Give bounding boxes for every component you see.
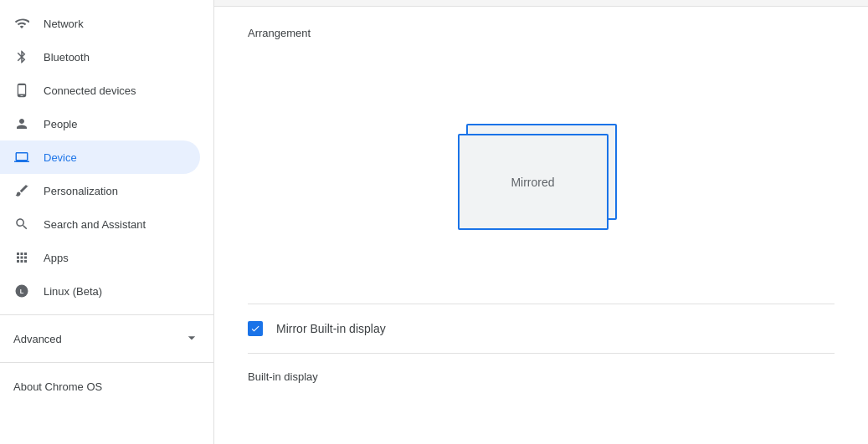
sidebar-label-bluetooth: Bluetooth [44, 51, 90, 64]
chevron-down-icon [183, 329, 200, 349]
sidebar-divider [0, 314, 213, 315]
wifi-icon [13, 15, 30, 32]
laptop-icon [13, 149, 30, 166]
search-icon [13, 216, 30, 232]
sidebar-label-connected-devices: Connected devices [44, 84, 136, 97]
sidebar-item-linux-beta[interactable]: L Linux (Beta) [0, 274, 200, 308]
sidebar-label-linux-beta: Linux (Beta) [44, 285, 102, 298]
sidebar: Network Bluetooth Connected devices Peop… [0, 0, 214, 444]
bluetooth-icon [13, 48, 30, 65]
arrangement-area: Mirrored [248, 53, 835, 304]
sidebar-label-apps: Apps [44, 252, 69, 264]
sidebar-label-network: Network [44, 18, 84, 30]
scroll-indicator [214, 0, 868, 7]
sidebar-item-search-assistant[interactable]: Search and Assistant [0, 207, 200, 241]
sidebar-label-device: Device [44, 151, 77, 164]
svg-text:L: L [20, 288, 24, 295]
sidebar-advanced[interactable]: Advanced [0, 322, 213, 355]
brush-icon [13, 182, 30, 199]
display-wrapper: Mirrored [458, 124, 625, 232]
arrangement-title: Arrangement [248, 7, 835, 53]
mirror-checkbox-label: Mirror Built-in display [276, 322, 386, 335]
sidebar-item-connected-devices[interactable]: Connected devices [0, 74, 200, 107]
sidebar-label-personalization: Personalization [44, 185, 118, 197]
sidebar-item-about[interactable]: About Chrome OS [0, 370, 213, 403]
sidebar-label-people: People [44, 118, 77, 130]
sidebar-label-search-assistant: Search and Assistant [44, 218, 146, 231]
display-main[interactable]: Mirrored [458, 134, 609, 230]
sidebar-label-about: About Chrome OS [13, 380, 102, 393]
sidebar-item-device[interactable]: Device [0, 140, 200, 174]
builtin-display-title: Built-in display [248, 370, 835, 383]
sidebar-item-apps[interactable]: Apps [0, 241, 200, 274]
person-icon [13, 115, 30, 132]
sidebar-item-people[interactable]: People [0, 107, 200, 140]
sidebar-divider-2 [0, 362, 213, 363]
apps-icon [13, 249, 30, 266]
phone-android-icon [13, 82, 30, 99]
sidebar-label-advanced: Advanced [13, 333, 62, 345]
mirror-checkbox[interactable] [248, 321, 263, 336]
mirror-checkbox-row: Mirror Built-in display [248, 304, 835, 353]
sidebar-item-bluetooth[interactable]: Bluetooth [0, 40, 200, 74]
sidebar-item-network[interactable]: Network [0, 7, 200, 40]
sidebar-item-personalization[interactable]: Personalization [0, 174, 200, 207]
builtin-display-section: Built-in display [248, 354, 835, 396]
linux-icon: L [13, 283, 30, 299]
content-inner: Arrangement Mirrored Mirror Built-in dis… [214, 7, 868, 396]
main-content: Arrangement Mirrored Mirror Built-in dis… [214, 0, 868, 444]
mirrored-label: Mirrored [511, 176, 554, 189]
